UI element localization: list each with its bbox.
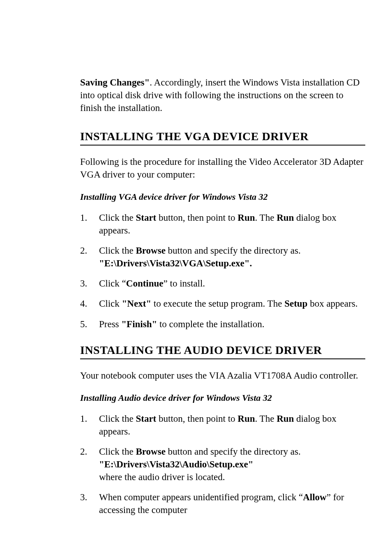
- list-content: Click the Start button, then point to Ru…: [98, 211, 365, 237]
- list-item: 5. Press "Finish" to complete the instal…: [80, 318, 365, 331]
- bold-text: Start: [136, 414, 156, 424]
- list-content: Click the Browse button and specify the …: [98, 445, 365, 483]
- list-number: 1.: [80, 412, 98, 438]
- vga-subheading: Installing VGA device driver for Windows…: [80, 192, 365, 202]
- list-content: Click the Start button, then point to Ru…: [98, 412, 365, 438]
- list-line: "E:\Drivers\Vista32\VGA\Setup.exe".: [99, 257, 365, 270]
- list-content: When computer appears unidentified progr…: [98, 491, 365, 516]
- list-item: 3. Click “Continue” to install.: [80, 277, 365, 290]
- list-number: 4.: [80, 297, 98, 310]
- plain-text: button, then point to: [156, 414, 238, 424]
- plain-text: Click the: [99, 213, 136, 223]
- plain-text: Press: [99, 319, 121, 329]
- plain-text: When computer appears unidentified progr…: [99, 492, 303, 502]
- vga-list: 1.Click the Start button, then point to …: [80, 211, 365, 330]
- list-line: When computer appears unidentified progr…: [99, 492, 344, 515]
- list-content: Click "Next" to execute the setup progra…: [98, 297, 365, 310]
- intro-bold: Saving Changes": [80, 77, 150, 88]
- list-line: Click the Browse button and specify the …: [99, 446, 301, 457]
- plain-text: box appears.: [307, 298, 357, 309]
- plain-text: . The: [255, 213, 277, 223]
- bold-text: Run: [277, 213, 294, 223]
- plain-text: Click the: [99, 446, 136, 457]
- bold-text: Setup: [284, 298, 307, 309]
- list-line: where the audio driver is located.: [99, 471, 365, 483]
- list-item: 4. Click "Next" to execute the setup pro…: [80, 297, 365, 310]
- audio-heading: INSTALLING THE AUDIO DEVICE DRIVER: [80, 344, 365, 359]
- intro-paragraph: Saving Changes". Accordingly, insert the…: [80, 76, 365, 114]
- audio-intro-para: Your notebook computer uses the VIA Azal…: [80, 369, 365, 382]
- plain-text: button, then point to: [156, 213, 238, 223]
- vga-intro-para: Following is the procedure for installin…: [80, 155, 365, 181]
- plain-text: . The: [255, 414, 277, 424]
- bold-text: Allow: [303, 492, 327, 502]
- bold-text: "Next": [122, 298, 152, 309]
- list-number: 2.: [80, 244, 98, 270]
- list-line: "E:\Drivers\Vista32\Audio\Setup.exe": [99, 458, 365, 471]
- list-item: 2. Click the Browse button and specify t…: [80, 244, 365, 270]
- plain-text: Click: [99, 298, 122, 309]
- list-line: Click the Start button, then point to Ru…: [99, 213, 337, 236]
- plain-text: to execute the setup program. The: [151, 298, 284, 309]
- list-number: 3.: [80, 491, 98, 516]
- list-number: 5.: [80, 318, 98, 331]
- bold-text: Browse: [136, 245, 165, 256]
- vga-heading: INSTALLING THE VGA DEVICE DRIVER: [80, 130, 365, 146]
- audio-subheading: Installing Audio device driver for Windo…: [80, 393, 365, 403]
- list-line: Click the Start button, then point to Ru…: [99, 414, 337, 437]
- bold-text: "Finish": [121, 319, 157, 329]
- list-item: 3. When computer appears unidentified pr…: [80, 491, 365, 516]
- bold-text: "E:\Drivers\Vista32\VGA\Setup.exe".: [99, 258, 252, 268]
- list-number: 1.: [80, 211, 98, 237]
- bold-text: Run: [238, 213, 255, 223]
- list-item: 1.Click the Start button, then point to …: [80, 412, 365, 438]
- plain-text: button and specify the directory as.: [166, 446, 301, 457]
- bold-text: Browse: [136, 446, 165, 457]
- list-line: Click "Next" to execute the setup progra…: [99, 298, 357, 309]
- audio-list: 1.Click the Start button, then point to …: [80, 412, 365, 516]
- plain-text: ” to install.: [164, 278, 205, 289]
- list-content: Press "Finish" to complete the installat…: [98, 318, 365, 331]
- list-number: 2.: [80, 445, 98, 483]
- bold-text: Continue: [126, 278, 164, 289]
- plain-text: Click the: [99, 414, 136, 424]
- bold-text: "E:\Drivers\Vista32\Audio\Setup.exe": [99, 459, 253, 469]
- plain-text: Click the: [99, 245, 136, 256]
- plain-text: where the audio driver is located.: [99, 472, 225, 482]
- list-line: Click “Continue” to install.: [99, 278, 205, 289]
- list-line: Click the Browse button and specify the …: [99, 245, 301, 256]
- list-line: Press "Finish" to complete the installat…: [99, 319, 264, 329]
- list-content: Click “Continue” to install.: [98, 277, 365, 290]
- list-content: Click the Browse button and specify the …: [98, 244, 365, 270]
- bold-text: Run: [238, 414, 255, 424]
- bold-text: Start: [136, 213, 156, 223]
- plain-text: Click “: [99, 278, 126, 289]
- list-item: 2. Click the Browse button and specify t…: [80, 445, 365, 483]
- page-content: Saving Changes". Accordingly, insert the…: [80, 76, 365, 516]
- plain-text: to complete the installation.: [157, 319, 264, 329]
- list-item: 1.Click the Start button, then point to …: [80, 211, 365, 237]
- plain-text: button and specify the directory as.: [166, 245, 301, 256]
- list-number: 3.: [80, 277, 98, 290]
- bold-text: Run: [277, 414, 294, 424]
